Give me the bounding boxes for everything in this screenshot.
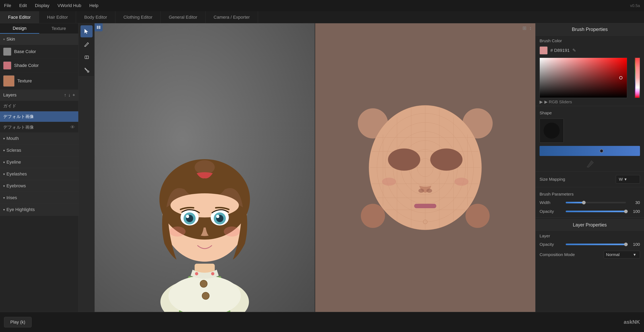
comp-mode-chevron-icon: ▾ <box>634 252 636 257</box>
brush-opacity-slider[interactable] <box>566 211 626 212</box>
eye-highlights-triangle-icon: ▾ <box>3 208 5 212</box>
brush-opacity-thumb[interactable] <box>624 210 628 213</box>
scleras-label: Scleras <box>6 148 21 153</box>
menu-edit[interactable]: Edit <box>19 3 27 8</box>
texture-item[interactable]: Texture <box>0 73 78 90</box>
menu-file[interactable]: File <box>4 3 11 8</box>
irises-label: Irises <box>6 195 17 200</box>
shade-color-swatch[interactable] <box>3 61 11 70</box>
brush-color-swatch[interactable] <box>540 46 548 54</box>
comp-mode-row: Composition Mode Normal ▾ <box>536 249 644 260</box>
rgb-sliders-toggle[interactable]: ▶ ▶ RGB Sliders <box>540 100 640 104</box>
texture-label: Texture <box>17 78 32 84</box>
viewport-icon-2[interactable]: ↕ <box>529 25 532 31</box>
opacity-bar[interactable] <box>635 58 640 98</box>
irises-header[interactable]: ▾ Irises <box>0 192 78 204</box>
viewport-3d[interactable] <box>94 23 315 312</box>
eyeline-triangle-icon: ▾ <box>3 160 5 164</box>
tool-select[interactable] <box>80 25 92 37</box>
tool-erase[interactable] <box>80 51 92 63</box>
layer-arrows: ↑ ↓ + <box>64 92 75 98</box>
eyebrows-section: ▾ Eyebrows <box>0 180 78 192</box>
color-picker-dot[interactable] <box>619 76 622 79</box>
shade-color-item[interactable]: Shade Color <box>0 59 78 73</box>
eye-highlights-header[interactable]: ▾ Eye Highlights <box>0 204 78 215</box>
tab-hair-editor[interactable]: Hair Editor <box>39 11 76 23</box>
viewport-toggle-btn[interactable] <box>94 23 103 31</box>
svg-point-27 <box>170 226 186 237</box>
divider-1 <box>536 106 644 106</box>
brush-color-picker-icon[interactable]: ✎ <box>572 48 576 53</box>
shape-slider-thumb[interactable] <box>600 149 603 153</box>
layers-header: Layers ↑ ↓ + <box>0 90 78 101</box>
menu-help[interactable]: Help <box>89 3 98 8</box>
eyeline-header[interactable]: ▾ Eyeline <box>0 156 78 168</box>
shape-slider[interactable] <box>540 146 640 156</box>
svg-point-59 <box>426 189 432 193</box>
skin-section-header[interactable]: ▾ Skin <box>0 34 78 45</box>
brush-width-slider[interactable] <box>566 202 626 203</box>
scleras-header[interactable]: ▾ Scleras <box>0 145 78 156</box>
texture-swatch[interactable] <box>3 75 14 87</box>
brush-width-fill <box>566 202 584 203</box>
shape-preview[interactable] <box>540 119 564 143</box>
mouth-header[interactable]: ▾ Mouth <box>0 133 78 144</box>
layer-guide[interactable]: ガイド <box>0 101 78 111</box>
base-color-item[interactable]: Base Color <box>0 45 78 59</box>
svg-point-62 <box>382 178 396 186</box>
tool-draw[interactable] <box>80 38 92 50</box>
tab-body-editor[interactable]: Body Editor <box>76 11 115 23</box>
comp-mode-label: Composition Mode <box>540 252 575 257</box>
eye-highlights-label: Eye Highlights <box>6 207 35 212</box>
layer-down-icon[interactable]: ↓ <box>68 92 70 98</box>
svg-point-13 <box>195 272 198 275</box>
layer-opacity-slider[interactable] <box>566 244 626 245</box>
eyelashes-header[interactable]: ▾ Eyelashes <box>0 168 78 180</box>
brush-color-label: Brush Color <box>536 35 644 45</box>
viewport-icon-1[interactable]: ⊞ <box>522 25 526 31</box>
viewport-uv[interactable] <box>315 23 535 312</box>
size-mapping-label: Size Mapping <box>540 177 565 182</box>
brush-width-thumb[interactable] <box>582 201 586 204</box>
menu-bar: File Edit Display VWorld Hub Help v0.5a <box>0 0 644 11</box>
eyelashes-section: ▾ Eyelashes <box>0 168 78 180</box>
left-panel: Design Texture ▾ Skin Base Color Shade C… <box>0 23 78 332</box>
layer-add-icon[interactable]: + <box>72 92 75 98</box>
play-button[interactable]: Play (k) <box>4 317 32 327</box>
eyebrows-header[interactable]: ▾ Eyebrows <box>0 180 78 192</box>
comp-mode-select[interactable]: Normal ▾ <box>604 251 640 258</box>
rgb-sliders-label: ▶ RGB Sliders <box>544 100 572 104</box>
brush-opacity-value: 100 <box>628 209 640 214</box>
layer-up-icon[interactable]: ↑ <box>64 92 66 98</box>
layer-visibility-icon[interactable]: 👁 <box>70 124 75 130</box>
tab-face-editor[interactable]: Face Editor <box>0 11 39 23</box>
viewport-toolbar <box>78 23 94 76</box>
layer-default-2[interactable]: デフォルト画像 👁 <box>0 122 78 133</box>
color-gradient-picker[interactable] <box>540 58 627 98</box>
irises-section: ▾ Irises <box>0 192 78 204</box>
scleras-triangle-icon: ▾ <box>3 149 5 152</box>
layer-default-1[interactable]: デフォルト画像 <box>0 111 78 122</box>
menu-vworld-hub[interactable]: VWorld Hub <box>58 3 81 8</box>
tab-camera-exporter[interactable]: Camera / Exporter <box>206 11 258 23</box>
base-color-swatch[interactable] <box>3 48 11 56</box>
color-gradient-saturation <box>540 58 627 98</box>
layer-opacity-thumb[interactable] <box>624 243 628 246</box>
comp-mode-value: Normal <box>606 252 620 257</box>
viewport-icons: ⊞ ↕ <box>520 23 534 33</box>
svg-point-58 <box>418 189 424 193</box>
eyeline-label: Eyeline <box>6 160 21 165</box>
menu-display[interactable]: Display <box>35 3 49 8</box>
svg-line-0 <box>88 43 88 43</box>
size-mapping-select[interactable]: W ▾ <box>616 175 640 183</box>
rgb-triangle-icon: ▶ <box>540 100 543 104</box>
app-version: v0.5a <box>630 3 640 8</box>
tab-clothing-editor[interactable]: Clothing Editor <box>115 11 160 23</box>
skin-triangle-icon: ▾ <box>3 37 5 41</box>
svg-point-22 <box>186 215 189 218</box>
tool-fill[interactable] <box>80 64 92 76</box>
svg-point-31 <box>361 204 385 228</box>
tab-texture[interactable]: Texture <box>39 23 78 33</box>
tab-general-editor[interactable]: General Editor <box>160 11 206 23</box>
tab-design[interactable]: Design <box>0 23 39 33</box>
